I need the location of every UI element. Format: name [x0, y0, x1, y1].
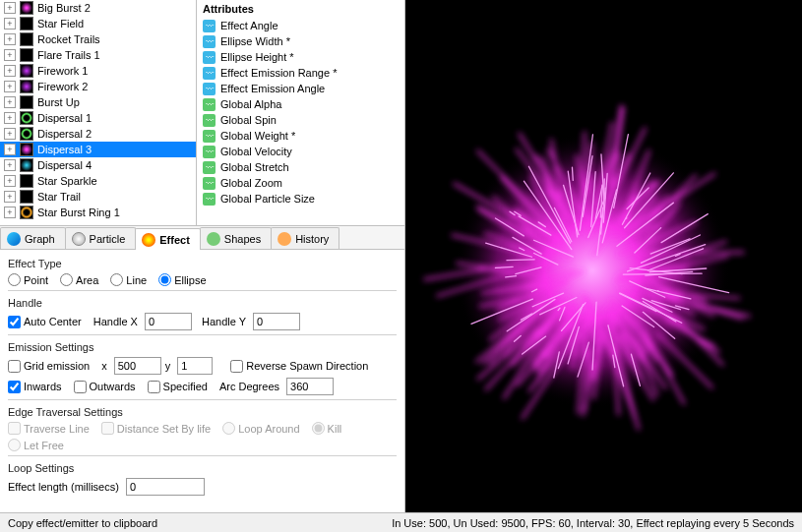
type-point[interactable]: Point	[8, 273, 48, 286]
tab-graph[interactable]: Graph	[0, 227, 66, 249]
effect-type-label: Effect Type	[8, 258, 397, 269]
tab-shapes[interactable]: Shapes	[200, 227, 272, 249]
effect-length-input[interactable]	[126, 478, 205, 496]
attribute-row[interactable]: 〰Ellipse Width *	[197, 33, 404, 49]
expander-icon[interactable]: +	[4, 96, 16, 108]
grid-y-input[interactable]	[177, 357, 213, 375]
attribute-icon: 〰	[203, 83, 216, 95]
type-area[interactable]: Area	[60, 273, 98, 286]
attribute-icon: 〰	[203, 35, 216, 48]
tab-label: Particle	[90, 233, 126, 245]
loop-row: Effect length (millisecs)	[8, 478, 397, 496]
tree-item-label: Rocket Trails	[37, 33, 100, 45]
effects-tree[interactable]: +Big Burst 2+Star Field+Rocket Trails+Fl…	[0, 0, 197, 225]
tree-item[interactable]: +Dispersal 3	[0, 142, 196, 157]
expander-icon[interactable]: +	[4, 18, 16, 30]
tree-item[interactable]: +Dispersal 4	[0, 157, 196, 173]
attribute-row[interactable]: 〰Effect Emission Angle	[197, 81, 404, 96]
tree-item[interactable]: +Rocket Trails	[0, 31, 196, 47]
tree-item[interactable]: +Burst Up	[0, 94, 196, 110]
attribute-row[interactable]: 〰Global Zoom	[197, 175, 404, 191]
tree-item-label: Dispersal 1	[37, 112, 92, 124]
effect-thumbnail-icon	[20, 111, 33, 125]
expander-icon[interactable]: +	[4, 159, 16, 171]
effect-thumbnail-icon	[20, 158, 33, 172]
tab-effect[interactable]: Effect	[135, 228, 201, 250]
grid-x-input[interactable]	[114, 357, 161, 375]
handle-x-input[interactable]	[145, 313, 192, 330]
attribute-row[interactable]: 〰Global Weight *	[197, 128, 404, 144]
let-free-radio: Let Free	[8, 439, 64, 451]
attributes-list: 〰Effect Angle〰Ellipse Width *〰Ellipse He…	[197, 18, 404, 207]
expander-icon[interactable]: +	[4, 128, 16, 140]
outwards-checkbox[interactable]: Outwards	[74, 381, 136, 393]
status-bar: Copy effect/emitter to clipboard In Use:…	[0, 512, 802, 532]
attribute-row[interactable]: 〰Global Particle Size	[197, 191, 404, 207]
tree-item-label: Firework 2	[37, 81, 88, 92]
expander-icon[interactable]: +	[4, 65, 16, 77]
expander-icon[interactable]: +	[4, 112, 16, 124]
expander-icon[interactable]: +	[4, 81, 16, 92]
tree-item[interactable]: +Dispersal 2	[0, 126, 196, 142]
expander-icon[interactable]: +	[4, 191, 16, 203]
tree-item-label: Firework 1	[37, 65, 88, 77]
tree-item[interactable]: +Big Burst 2	[0, 0, 196, 16]
effect-thumbnail-icon	[20, 48, 33, 62]
attribute-icon: 〰	[203, 98, 216, 111]
expander-icon[interactable]: +	[4, 49, 16, 61]
arc-degrees-input[interactable]	[286, 378, 334, 395]
preview-viewport[interactable]	[405, 0, 802, 512]
specified-checkbox[interactable]: Specified	[148, 381, 208, 393]
auto-center-checkbox[interactable]: Auto Center	[8, 316, 82, 328]
attribute-row[interactable]: 〰Global Stretch	[197, 159, 404, 175]
tree-item[interactable]: +Dispersal 1	[0, 110, 196, 126]
attribute-row[interactable]: 〰Ellipse Height *	[197, 49, 404, 65]
grid-x-label: x	[101, 360, 107, 372]
svg-line-154	[507, 260, 534, 261]
attribute-icon: 〰	[203, 67, 216, 80]
attribute-label: Ellipse Width *	[220, 35, 290, 47]
handle-x-label: Handle X	[93, 316, 138, 327]
type-line[interactable]: Line	[110, 273, 147, 286]
tree-item[interactable]: +Star Trail	[0, 189, 196, 205]
arc-degrees-label: Arc Degrees	[219, 381, 279, 392]
expander-icon[interactable]: +	[4, 175, 16, 187]
expander-icon[interactable]: +	[4, 2, 16, 14]
handle-y-input[interactable]	[253, 313, 300, 330]
tree-item-label: Star Field	[37, 18, 84, 30]
attribute-row[interactable]: 〰Global Velocity	[197, 144, 404, 159]
attribute-icon: 〰	[203, 114, 216, 127]
attribute-row[interactable]: 〰Effect Emission Range *	[197, 65, 404, 81]
expander-icon[interactable]: +	[4, 144, 16, 155]
tree-item-label: Burst Up	[37, 96, 80, 108]
attribute-row[interactable]: 〰Global Alpha	[197, 96, 404, 112]
tree-item[interactable]: +Star Field	[0, 16, 196, 31]
status-right: In Use: 500, Un Used: 9500, FPS: 60, Int…	[362, 517, 794, 529]
reverse-spawn-checkbox[interactable]: Reverse Spawn Direction	[230, 360, 368, 373]
attributes-panel[interactable]: Attributes 〰Effect Angle〰Ellipse Width *…	[197, 0, 404, 225]
tree-item[interactable]: +Firework 1	[0, 63, 196, 79]
grid-emission-checkbox[interactable]: Grid emission	[8, 360, 90, 373]
attribute-row[interactable]: 〰Effect Angle	[197, 18, 404, 33]
expander-icon[interactable]: +	[4, 33, 16, 45]
emission-label: Emission Settings	[8, 341, 397, 353]
distance-life-checkbox: Distance Set By life	[101, 422, 211, 435]
expander-icon[interactable]: +	[4, 207, 16, 218]
tree-item-label: Dispersal 2	[37, 128, 92, 140]
attribute-label: Global Weight *	[220, 130, 295, 142]
tree-item[interactable]: +Firework 2	[0, 79, 196, 94]
tree-item[interactable]: +Flare Trails 1	[0, 47, 196, 63]
attribute-icon: 〰	[203, 51, 216, 64]
tab-particle[interactable]: Particle	[65, 227, 137, 249]
attribute-icon: 〰	[203, 130, 216, 143]
tab-history[interactable]: History	[271, 227, 339, 249]
tree-item[interactable]: +Star Burst Ring 1	[0, 205, 196, 220]
attribute-label: Global Stretch	[220, 161, 289, 173]
inwards-checkbox[interactable]: Inwards	[8, 381, 62, 393]
attribute-label: Effect Angle	[220, 20, 278, 31]
svg-line-177	[572, 167, 573, 180]
handle-label: Handle	[8, 297, 397, 309]
type-ellipse[interactable]: Ellipse	[158, 273, 206, 286]
attribute-row[interactable]: 〰Global Spin	[197, 112, 404, 128]
tree-item[interactable]: +Star Sparkle	[0, 173, 196, 189]
